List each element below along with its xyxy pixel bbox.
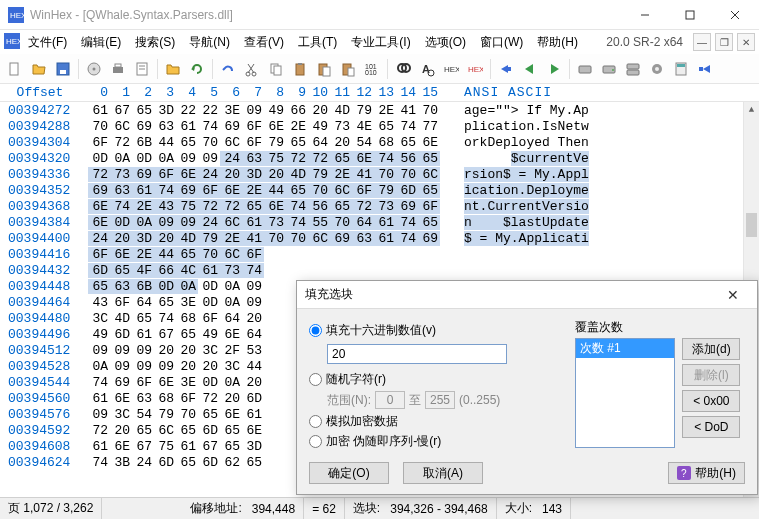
byte-cell[interactable]: 70 bbox=[198, 135, 220, 150]
ascii-cell[interactable]: nt.CurrentVersio bbox=[440, 199, 589, 214]
forward-button[interactable] bbox=[543, 58, 565, 80]
byte-cell[interactable]: 09 bbox=[242, 103, 264, 118]
print-button[interactable] bbox=[107, 58, 129, 80]
menu-view[interactable]: 查看(V) bbox=[238, 32, 290, 53]
byte-cell[interactable]: 6F bbox=[418, 199, 440, 214]
byte-cell[interactable]: 2E bbox=[330, 167, 352, 182]
byte-cell[interactable]: 24 bbox=[220, 151, 242, 166]
byte-cell[interactable]: 09 bbox=[198, 151, 220, 166]
find-button[interactable] bbox=[392, 58, 414, 80]
byte-cell[interactable]: 74 bbox=[198, 119, 220, 134]
byte-cell[interactable]: 74 bbox=[374, 151, 396, 166]
byte-cell[interactable]: 72 bbox=[352, 199, 374, 214]
byte-cell[interactable]: 6F bbox=[132, 375, 154, 390]
byte-cell[interactable]: 44 bbox=[154, 135, 176, 150]
ok-button[interactable]: 确定(O) bbox=[309, 462, 389, 484]
byte-cell[interactable]: 6F bbox=[242, 135, 264, 150]
hex-row[interactable]: 003942726167653D22223E094966204D792E4170… bbox=[0, 102, 759, 118]
find-text-button[interactable]: A bbox=[416, 58, 438, 80]
encrypt-option[interactable]: 加密 伪随即序列-慢(r) bbox=[309, 433, 565, 450]
restore-doc-button[interactable]: ❐ bbox=[715, 33, 733, 51]
cancel-button[interactable]: 取消(A) bbox=[403, 462, 483, 484]
byte-cell[interactable]: 72 bbox=[286, 151, 308, 166]
byte-cell[interactable]: 0D bbox=[198, 295, 220, 310]
byte-cell[interactable]: 79 bbox=[264, 135, 286, 150]
hex-row[interactable]: 0039440024203D204D792E4170706C6963617469… bbox=[0, 230, 759, 246]
byte-cell[interactable]: 6C bbox=[154, 423, 176, 438]
byte-cell[interactable]: 09 bbox=[110, 359, 132, 374]
byte-cell[interactable]: 6D bbox=[198, 455, 220, 470]
passes-listbox[interactable]: 次数 #1 bbox=[575, 338, 675, 448]
ascii-cell[interactable]: $currentVe bbox=[440, 151, 589, 166]
byte-cell[interactable]: 74 bbox=[110, 199, 132, 214]
byte-cell[interactable]: 69 bbox=[132, 167, 154, 182]
byte-cell[interactable]: 09 bbox=[88, 343, 110, 358]
random-option[interactable]: 随机字符(r) bbox=[309, 371, 565, 388]
random-radio[interactable] bbox=[309, 373, 322, 386]
ascii-cell[interactable]: plication.IsNetw bbox=[440, 119, 589, 134]
hex-col-header[interactable]: 15 bbox=[418, 85, 440, 100]
byte-cell[interactable]: 3C bbox=[198, 343, 220, 358]
byte-cell[interactable]: 65 bbox=[418, 151, 440, 166]
menu-tools[interactable]: 工具(T) bbox=[292, 32, 343, 53]
byte-cell[interactable]: 61 bbox=[198, 263, 220, 278]
byte-cell[interactable]: 68 bbox=[374, 135, 396, 150]
byte-cell[interactable]: 6F bbox=[88, 135, 110, 150]
hex-col-header[interactable]: 4 bbox=[176, 85, 198, 100]
byte-cell[interactable]: 0D bbox=[132, 151, 154, 166]
byte-cell[interactable]: 20 bbox=[264, 167, 286, 182]
menu-search[interactable]: 搜索(S) bbox=[129, 32, 181, 53]
byte-cell[interactable]: 6F bbox=[154, 167, 176, 182]
byte-cell[interactable]: 65 bbox=[176, 423, 198, 438]
byte-cell[interactable]: 20 bbox=[154, 343, 176, 358]
byte-cell[interactable]: 75 bbox=[176, 199, 198, 214]
find-hex-button[interactable]: HEX bbox=[440, 58, 462, 80]
byte-cell[interactable]: 6D bbox=[88, 263, 110, 278]
hex-col-header[interactable]: 5 bbox=[198, 85, 220, 100]
byte-cell[interactable]: 74 bbox=[88, 375, 110, 390]
byte-cell[interactable]: 20 bbox=[154, 231, 176, 246]
byte-cell[interactable]: 41 bbox=[396, 103, 418, 118]
byte-cell[interactable]: 63 bbox=[154, 119, 176, 134]
byte-cell[interactable]: 6E bbox=[352, 151, 374, 166]
byte-cell[interactable]: 65 bbox=[242, 455, 264, 470]
byte-cell[interactable]: 62 bbox=[220, 455, 242, 470]
byte-cell[interactable]: 20 bbox=[242, 375, 264, 390]
byte-cell[interactable]: 0A bbox=[132, 215, 154, 230]
byte-cell[interactable]: 6E bbox=[176, 167, 198, 182]
byte-cell[interactable]: 65 bbox=[154, 295, 176, 310]
ascii-cell[interactable]: $ = My.Applicati bbox=[440, 231, 589, 246]
close-doc-button[interactable]: ✕ bbox=[737, 33, 755, 51]
byte-cell[interactable]: 3C bbox=[110, 407, 132, 422]
byte-cell[interactable]: 75 bbox=[264, 151, 286, 166]
byte-cell[interactable]: 6E bbox=[88, 215, 110, 230]
hex-col-header[interactable]: 8 bbox=[264, 85, 286, 100]
byte-cell[interactable]: 6E bbox=[220, 407, 242, 422]
simulate-radio[interactable] bbox=[309, 415, 322, 428]
byte-cell[interactable]: 77 bbox=[418, 119, 440, 134]
byte-cell[interactable]: 70 bbox=[308, 183, 330, 198]
byte-cell[interactable]: 0A bbox=[220, 279, 242, 294]
byte-cell[interactable]: 67 bbox=[154, 327, 176, 342]
byte-cell[interactable]: 0D bbox=[198, 375, 220, 390]
byte-cell[interactable]: 65 bbox=[176, 247, 198, 262]
byte-cell[interactable]: 61 bbox=[374, 231, 396, 246]
encrypt-radio[interactable] bbox=[309, 435, 322, 448]
byte-cell[interactable]: 20 bbox=[176, 343, 198, 358]
byte-cell[interactable]: 6F bbox=[198, 183, 220, 198]
byte-cell[interactable]: 6E bbox=[242, 423, 264, 438]
byte-cell[interactable]: 2E bbox=[374, 103, 396, 118]
byte-cell[interactable]: 6F bbox=[198, 311, 220, 326]
byte-cell[interactable]: 3C bbox=[88, 311, 110, 326]
byte-cell[interactable]: 4D bbox=[176, 231, 198, 246]
byte-cell[interactable]: 3C bbox=[220, 359, 242, 374]
hex-row[interactable]: 003944166F6E2E4465706C6F bbox=[0, 246, 759, 262]
dialog-close-button[interactable]: ✕ bbox=[717, 283, 749, 307]
byte-cell[interactable]: 73 bbox=[374, 199, 396, 214]
ascii-cell[interactable]: age=""> If My.Ap bbox=[440, 103, 589, 118]
byte-cell[interactable]: 70 bbox=[264, 231, 286, 246]
byte-cell[interactable]: 4C bbox=[176, 263, 198, 278]
byte-cell[interactable]: 6C bbox=[418, 167, 440, 182]
byte-cell[interactable]: 67 bbox=[110, 103, 132, 118]
byte-cell[interactable]: 69 bbox=[176, 183, 198, 198]
